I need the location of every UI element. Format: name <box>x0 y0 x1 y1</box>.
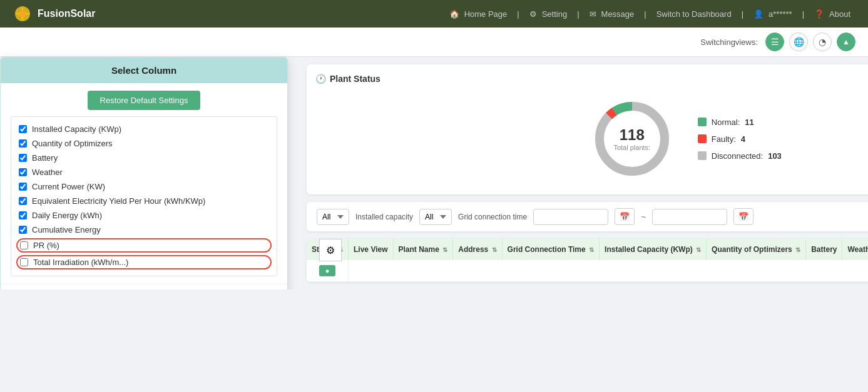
nav-switch-dashboard[interactable]: Switch to Dashboard <box>653 8 735 20</box>
table-header-row: Status ⇅ Live View Plant Name ⇅ <box>307 239 868 260</box>
checkbox-qty-optimizers: Quantity of Optimizers <box>14 136 274 151</box>
switching-views-bar: Switchingviews: ☰ 🌐 ◔ ▲ <box>0 28 868 57</box>
checkbox-current-power: Current Power (KW) <box>14 179 274 194</box>
status-btn[interactable]: ● <box>319 265 336 276</box>
sort-qty-optimizers-icon[interactable]: ⇅ <box>795 246 800 253</box>
legend-faulty-count: 4 <box>741 134 745 144</box>
checkbox-cumulative-energy-label: Cumulative Energy <box>32 225 101 234</box>
legend-disconnected-label: Disconnected: <box>712 151 763 161</box>
legend-faulty-dot <box>698 134 707 143</box>
plant-legend: Normal: 11 Faulty: 4 Disconnected: 103 <box>698 118 782 161</box>
donut-chart: 118 Total plants: <box>591 98 673 179</box>
installed-capacity-label: Installed capacity <box>355 213 413 221</box>
checkbox-total-irradiation: Total Irradiation (kWh/m...) <box>16 255 272 269</box>
grid-connection-start-date[interactable] <box>533 209 608 225</box>
table-section: Status ⇅ Live View Plant Name ⇅ <box>307 239 868 282</box>
globe-icon: 🌐 <box>794 37 804 47</box>
main-content: Select Column Restore Default Settings I… <box>0 57 868 289</box>
checkbox-pr-label: PR (%) <box>33 241 59 250</box>
logo-text: FusionSolar <box>38 8 95 19</box>
nav-message[interactable]: ✉ Message <box>586 8 638 20</box>
legend-normal: Normal: 11 <box>698 118 782 127</box>
nav-user[interactable]: 👤 a****** <box>750 8 796 20</box>
checkbox-equiv-electricity-input[interactable] <box>19 197 27 205</box>
legend-normal-label: Normal: <box>712 118 740 127</box>
plant-status-header: 🕐 Plant Status ··· <box>315 73 868 84</box>
installed-capacity-select[interactable]: All <box>419 209 452 225</box>
sort-installed-capacity-icon[interactable]: ⇅ <box>696 246 701 253</box>
legend-disconnected-dot <box>698 151 707 160</box>
sort-address-icon[interactable]: ⇅ <box>492 246 497 253</box>
col-battery: Battery <box>806 239 842 260</box>
plant-status-body: 118 Total plants: Normal: 11 <box>315 92 868 186</box>
filter-type-select[interactable]: All <box>317 209 349 225</box>
globe-view-btn[interactable]: 🌐 <box>789 33 808 51</box>
checkbox-cumulative-energy-input[interactable] <box>19 226 27 234</box>
top-nav: 🏠 Home Page | ⚙ Setting | ✉ Message | Sw… <box>444 8 855 20</box>
clock-icon: 🕐 <box>315 74 326 84</box>
chevron-up-icon: ▲ <box>842 38 850 46</box>
checkbox-current-power-label: Current Power (KW) <box>32 182 105 191</box>
donut-center: 118 Total plants: <box>613 126 650 151</box>
col-grid-connection-time: Grid Connection Time ⇅ <box>502 239 599 260</box>
col-installed-capacity: Installed Capacity (KWp) ⇅ <box>600 239 707 260</box>
checkbox-list: Installed Capacity (KWp) Quantity of Opt… <box>11 116 277 276</box>
collapse-btn[interactable]: ▲ <box>837 33 855 51</box>
grid-connection-label: Grid connection time <box>458 213 527 221</box>
table-row: ● <box>307 260 868 282</box>
plant-status-title: 🕐 Plant Status <box>315 74 380 84</box>
start-date-calendar-btn[interactable]: 📅 <box>615 208 635 225</box>
table-settings-btn[interactable]: ⚙ <box>319 239 342 261</box>
nav-about[interactable]: ❓ About <box>810 8 854 20</box>
end-date-calendar-btn[interactable]: 📅 <box>733 208 753 225</box>
app-header: FusionSolar 🏠 Home Page | ⚙ Setting | ✉ … <box>0 0 868 28</box>
legend-faulty-label: Faulty: <box>712 134 736 144</box>
sort-plant-name-icon[interactable]: ⇅ <box>442 246 447 253</box>
checkbox-equiv-electricity: Equivalent Electricity Yield Per Hour (k… <box>14 194 274 208</box>
total-plants-number: 118 <box>613 126 650 144</box>
gear-nav-icon: ⚙ <box>529 9 537 19</box>
col-address: Address ⇅ <box>453 239 502 260</box>
pie-view-btn[interactable]: ◔ <box>813 33 832 51</box>
nav-setting[interactable]: ⚙ Setting <box>526 8 571 20</box>
checkbox-battery-label: Battery <box>32 153 58 163</box>
checkbox-weather: Weather <box>14 165 274 179</box>
modal-overlay: Select Column Restore Default Settings I… <box>0 57 288 289</box>
cards-row: 🕐 Plant Status ··· <box>307 64 868 194</box>
restore-default-btn[interactable]: Restore Default Settings <box>88 91 201 110</box>
checkbox-battery: Battery <box>14 151 274 165</box>
right-panels: 🕐 Plant Status ··· <box>307 64 868 282</box>
row-status: ● <box>307 260 349 282</box>
home-icon: 🏠 <box>449 9 459 19</box>
checkbox-total-irradiation-input[interactable] <box>20 258 28 266</box>
checkbox-current-power-input[interactable] <box>19 183 27 191</box>
checkbox-installed-capacity-input[interactable] <box>19 125 27 133</box>
svg-point-1 <box>19 10 26 18</box>
nav-home[interactable]: 🏠 Home Page <box>446 8 511 20</box>
user-icon: 👤 <box>753 9 763 19</box>
table-head: Status ⇅ Live View Plant Name ⇅ <box>307 239 868 260</box>
switching-label: Switchingviews: <box>700 38 758 47</box>
modal-body: Restore Default Settings Installed Capac… <box>1 83 287 284</box>
plant-status-card: 🕐 Plant Status ··· <box>307 64 868 194</box>
pie-icon: ◔ <box>819 37 826 47</box>
logo: FusionSolar <box>13 4 95 24</box>
filter-bar: All Installed capacity All Grid connecti… <box>307 202 868 231</box>
main-table: Status ⇅ Live View Plant Name ⇅ <box>307 239 868 282</box>
checkbox-qty-optimizers-input[interactable] <box>19 139 27 148</box>
question-icon: ❓ <box>814 9 824 19</box>
legend-normal-dot <box>698 118 707 126</box>
list-icon: ☰ <box>771 37 779 47</box>
table-area-wrapper: ⚙ Status ⇅ Live View <box>307 239 868 282</box>
checkbox-weather-input[interactable] <box>19 168 27 176</box>
checkbox-weather-label: Weather <box>32 168 63 177</box>
list-view-btn[interactable]: ☰ <box>765 33 784 51</box>
sort-grid-connection-icon[interactable]: ⇅ <box>589 246 594 253</box>
grid-connection-end-date[interactable] <box>652 209 727 225</box>
logo-icon <box>13 4 33 24</box>
modal-title: Select Column <box>1 58 287 83</box>
checkbox-pr-input[interactable] <box>20 241 28 249</box>
checkbox-battery-input[interactable] <box>19 154 27 162</box>
checkbox-daily-energy-input[interactable] <box>19 211 27 219</box>
checkbox-total-irradiation-label: Total Irradiation (kWh/m...) <box>33 258 128 267</box>
